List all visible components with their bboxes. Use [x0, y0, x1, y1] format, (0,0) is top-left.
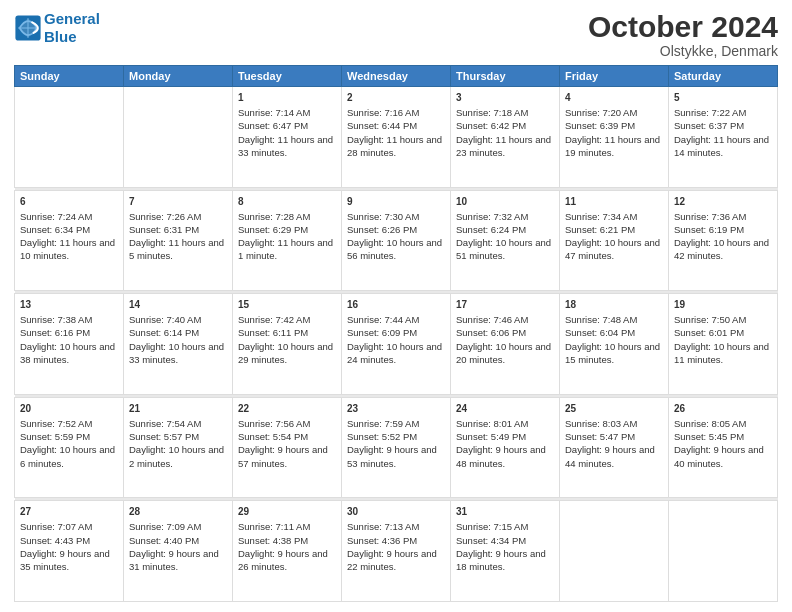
sunset: Sunset: 4:38 PM: [238, 535, 308, 546]
daylight: Daylight: 10 hours and 6 minutes.: [20, 444, 115, 468]
daylight: Daylight: 9 hours and 48 minutes.: [456, 444, 546, 468]
calendar-cell: 14Sunrise: 7:40 AMSunset: 6:14 PMDayligh…: [124, 294, 233, 395]
calendar-page: General Blue October 2024 Olstykke, Denm…: [0, 0, 792, 612]
sunrise: Sunrise: 7:46 AM: [456, 314, 528, 325]
sunset: Sunset: 5:47 PM: [565, 431, 635, 442]
col-wednesday: Wednesday: [342, 66, 451, 87]
sunset: Sunset: 6:39 PM: [565, 120, 635, 131]
calendar-cell: 16Sunrise: 7:44 AMSunset: 6:09 PMDayligh…: [342, 294, 451, 395]
sunrise: Sunrise: 7:24 AM: [20, 211, 92, 222]
sunrise: Sunrise: 7:38 AM: [20, 314, 92, 325]
day-number: 16: [347, 298, 445, 312]
day-number: 12: [674, 195, 772, 209]
sunrise: Sunrise: 8:05 AM: [674, 418, 746, 429]
calendar-cell: 19Sunrise: 7:50 AMSunset: 6:01 PMDayligh…: [669, 294, 778, 395]
calendar-subtitle: Olstykke, Denmark: [588, 43, 778, 59]
sunrise: Sunrise: 7:18 AM: [456, 107, 528, 118]
sunrise: Sunrise: 7:34 AM: [565, 211, 637, 222]
col-thursday: Thursday: [451, 66, 560, 87]
col-sunday: Sunday: [15, 66, 124, 87]
day-number: 1: [238, 91, 336, 105]
sunset: Sunset: 5:45 PM: [674, 431, 744, 442]
daylight: Daylight: 10 hours and 20 minutes.: [456, 341, 551, 365]
col-monday: Monday: [124, 66, 233, 87]
calendar-week-5: 27Sunrise: 7:07 AMSunset: 4:43 PMDayligh…: [15, 501, 778, 602]
sunset: Sunset: 6:42 PM: [456, 120, 526, 131]
sunrise: Sunrise: 7:09 AM: [129, 521, 201, 532]
sunrise: Sunrise: 7:22 AM: [674, 107, 746, 118]
sunset: Sunset: 6:29 PM: [238, 224, 308, 235]
daylight: Daylight: 9 hours and 26 minutes.: [238, 548, 328, 572]
daylight: Daylight: 10 hours and 11 minutes.: [674, 341, 769, 365]
day-number: 6: [20, 195, 118, 209]
sunrise: Sunrise: 7:13 AM: [347, 521, 419, 532]
daylight: Daylight: 9 hours and 57 minutes.: [238, 444, 328, 468]
sunset: Sunset: 5:57 PM: [129, 431, 199, 442]
sunset: Sunset: 4:36 PM: [347, 535, 417, 546]
sunset: Sunset: 6:47 PM: [238, 120, 308, 131]
daylight: Daylight: 10 hours and 42 minutes.: [674, 237, 769, 261]
calendar-cell: 7Sunrise: 7:26 AMSunset: 6:31 PMDaylight…: [124, 190, 233, 291]
daylight: Daylight: 9 hours and 22 minutes.: [347, 548, 437, 572]
calendar-cell: 29Sunrise: 7:11 AMSunset: 4:38 PMDayligh…: [233, 501, 342, 602]
daylight: Daylight: 11 hours and 10 minutes.: [20, 237, 115, 261]
calendar-cell: 25Sunrise: 8:03 AMSunset: 5:47 PMDayligh…: [560, 397, 669, 498]
header: General Blue October 2024 Olstykke, Denm…: [14, 10, 778, 59]
day-number: 27: [20, 505, 118, 519]
col-friday: Friday: [560, 66, 669, 87]
sunset: Sunset: 5:59 PM: [20, 431, 90, 442]
calendar-cell: [124, 87, 233, 188]
logo-text: General Blue: [44, 10, 100, 46]
sunset: Sunset: 6:24 PM: [456, 224, 526, 235]
day-number: 23: [347, 402, 445, 416]
logo: General Blue: [14, 10, 100, 46]
calendar-cell: 27Sunrise: 7:07 AMSunset: 4:43 PMDayligh…: [15, 501, 124, 602]
calendar-cell: 28Sunrise: 7:09 AMSunset: 4:40 PMDayligh…: [124, 501, 233, 602]
sunset: Sunset: 5:52 PM: [347, 431, 417, 442]
sunset: Sunset: 4:34 PM: [456, 535, 526, 546]
daylight: Daylight: 11 hours and 19 minutes.: [565, 134, 660, 158]
calendar-cell: 31Sunrise: 7:15 AMSunset: 4:34 PMDayligh…: [451, 501, 560, 602]
sunset: Sunset: 6:37 PM: [674, 120, 744, 131]
sunrise: Sunrise: 8:03 AM: [565, 418, 637, 429]
sunrise: Sunrise: 7:26 AM: [129, 211, 201, 222]
calendar-cell: [15, 87, 124, 188]
calendar-week-4: 20Sunrise: 7:52 AMSunset: 5:59 PMDayligh…: [15, 397, 778, 498]
daylight: Daylight: 10 hours and 24 minutes.: [347, 341, 442, 365]
sunset: Sunset: 4:43 PM: [20, 535, 90, 546]
daylight: Daylight: 9 hours and 44 minutes.: [565, 444, 655, 468]
sunrise: Sunrise: 7:30 AM: [347, 211, 419, 222]
sunset: Sunset: 6:21 PM: [565, 224, 635, 235]
sunrise: Sunrise: 7:28 AM: [238, 211, 310, 222]
calendar-cell: 4Sunrise: 7:20 AMSunset: 6:39 PMDaylight…: [560, 87, 669, 188]
sunrise: Sunrise: 7:20 AM: [565, 107, 637, 118]
sunrise: Sunrise: 7:48 AM: [565, 314, 637, 325]
calendar-cell: 9Sunrise: 7:30 AMSunset: 6:26 PMDaylight…: [342, 190, 451, 291]
calendar-cell: 17Sunrise: 7:46 AMSunset: 6:06 PMDayligh…: [451, 294, 560, 395]
calendar-cell: 1Sunrise: 7:14 AMSunset: 6:47 PMDaylight…: [233, 87, 342, 188]
calendar-title: October 2024: [588, 10, 778, 43]
day-number: 20: [20, 402, 118, 416]
daylight: Daylight: 11 hours and 33 minutes.: [238, 134, 333, 158]
sunset: Sunset: 6:26 PM: [347, 224, 417, 235]
calendar-cell: 10Sunrise: 7:32 AMSunset: 6:24 PMDayligh…: [451, 190, 560, 291]
calendar-table: Sunday Monday Tuesday Wednesday Thursday…: [14, 65, 778, 602]
sunrise: Sunrise: 7:07 AM: [20, 521, 92, 532]
daylight: Daylight: 11 hours and 28 minutes.: [347, 134, 442, 158]
sunrise: Sunrise: 7:40 AM: [129, 314, 201, 325]
title-block: October 2024 Olstykke, Denmark: [588, 10, 778, 59]
calendar-cell: 6Sunrise: 7:24 AMSunset: 6:34 PMDaylight…: [15, 190, 124, 291]
daylight: Daylight: 9 hours and 53 minutes.: [347, 444, 437, 468]
col-saturday: Saturday: [669, 66, 778, 87]
day-number: 31: [456, 505, 554, 519]
day-number: 29: [238, 505, 336, 519]
col-tuesday: Tuesday: [233, 66, 342, 87]
calendar-week-1: 1Sunrise: 7:14 AMSunset: 6:47 PMDaylight…: [15, 87, 778, 188]
calendar-cell: 21Sunrise: 7:54 AMSunset: 5:57 PMDayligh…: [124, 397, 233, 498]
day-number: 15: [238, 298, 336, 312]
daylight: Daylight: 11 hours and 14 minutes.: [674, 134, 769, 158]
sunset: Sunset: 6:06 PM: [456, 327, 526, 338]
day-number: 3: [456, 91, 554, 105]
sunrise: Sunrise: 7:11 AM: [238, 521, 310, 532]
daylight: Daylight: 10 hours and 56 minutes.: [347, 237, 442, 261]
